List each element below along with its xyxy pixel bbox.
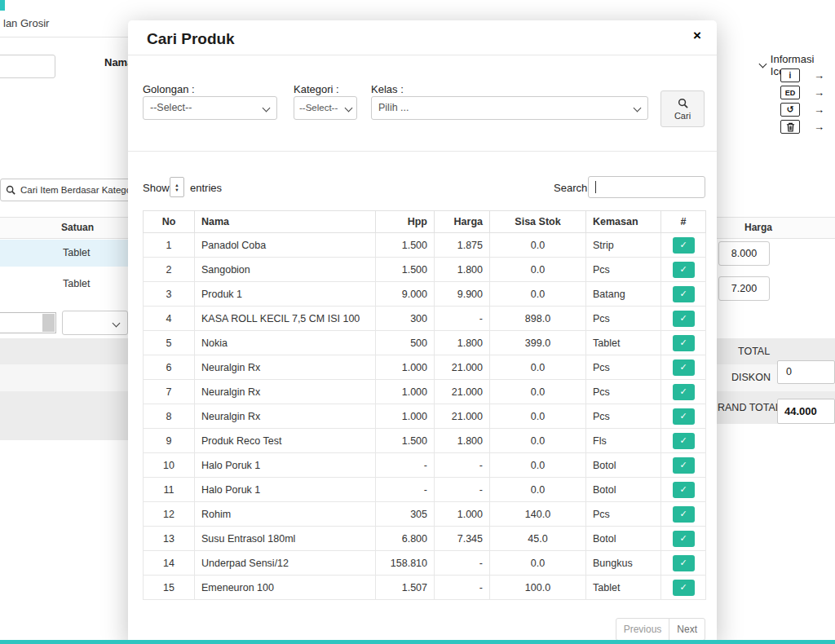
cari-button[interactable]: Cari [660, 90, 705, 127]
golongan-select[interactable]: --Select-- [143, 96, 277, 120]
col-harga[interactable]: Harga [435, 211, 490, 233]
pagination: Previous Next [616, 618, 705, 641]
cell-kemasan: Pcs [586, 380, 661, 404]
total-label: TOTAL [738, 338, 770, 364]
satuan-select[interactable] [62, 311, 128, 335]
select-product-button[interactable]: ✓ [673, 408, 695, 425]
cell-pick: ✓ [661, 307, 706, 331]
cell-harga: 21.000 [435, 355, 490, 380]
cell-hpp: 1.500 [376, 258, 435, 282]
qty-input[interactable] [0, 312, 56, 333]
table-row[interactable]: Tablet [63, 278, 90, 289]
select-product-button[interactable]: ✓ [673, 262, 695, 278]
diskon-label: DISKON [731, 364, 771, 391]
arrow-right-icon: → [814, 121, 824, 133]
modal-title: Cari Produk [147, 30, 235, 48]
harga-input[interactable]: 8.000 [718, 241, 770, 266]
pos-page: lan Grosir Nama Informasi Icon i → ED → … [0, 0, 835, 644]
cell-kemasan: Strip [586, 233, 661, 258]
cell-hpp: - [376, 478, 435, 502]
select-product-button[interactable]: ✓ [673, 286, 695, 302]
cell-harga: - [435, 551, 490, 576]
edit-icon-button[interactable]: ED [780, 86, 800, 99]
cari-produk-modal: Cari Produk × Golongan : Kategori : Kela… [128, 20, 717, 644]
select-product-button[interactable]: ✓ [673, 506, 695, 523]
cell-sisa-stok: 0.0 [490, 429, 586, 453]
cell-no: 1 [144, 233, 195, 258]
select-product-button[interactable]: ✓ [673, 237, 695, 254]
chevron-down-icon [263, 104, 271, 112]
cell-pick: ✓ [661, 258, 706, 282]
summary-stripe [0, 364, 128, 391]
next-page-button[interactable]: Next [669, 618, 705, 641]
history-icon-button[interactable]: ↺ [780, 103, 800, 117]
select-product-button[interactable]: ✓ [673, 555, 695, 571]
sidebar-edge-accent [0, 0, 5, 11]
grand-total-input[interactable]: 44.000 [777, 399, 835, 424]
col-sisa-stok[interactable]: Sisa Stok [490, 211, 586, 233]
select-product-button[interactable]: ✓ [673, 457, 695, 474]
ed-icon: ED [785, 89, 796, 97]
item-code-input[interactable] [0, 55, 55, 78]
col-pick[interactable]: # [661, 211, 706, 233]
entries-label: entries [190, 182, 222, 194]
cell-harga: - [435, 307, 490, 331]
section-divider [128, 151, 717, 152]
cell-sisa-stok: 0.0 [490, 551, 586, 576]
col-hpp[interactable]: Hpp [376, 211, 435, 233]
cell-sisa-stok: 0.0 [490, 355, 586, 380]
select-product-button[interactable]: ✓ [673, 311, 695, 327]
select-product-button[interactable]: ✓ [673, 531, 695, 547]
arrow-right-icon: → [814, 104, 824, 116]
cell-nama: Panadol Coba [195, 233, 376, 258]
cari-button-label: Cari [674, 111, 691, 121]
select-product-button[interactable]: ✓ [673, 335, 695, 351]
product-row: 2 Sangobion 1.500 1.800 0.0 Pcs ✓ [144, 258, 706, 282]
previous-page-button[interactable]: Previous [616, 618, 670, 641]
trash-icon-button[interactable] [780, 120, 800, 134]
check-icon: ✓ [679, 313, 687, 324]
col-no[interactable]: No [144, 211, 195, 233]
cell-sisa-stok: 399.0 [490, 331, 586, 355]
cell-nama: KASA ROLL KECIL 7,5 CM ISI 100 [195, 307, 376, 331]
cell-pick: ✓ [661, 380, 706, 404]
satuan-value: Tablet [63, 278, 90, 289]
golongan-label: Golongan : [143, 83, 195, 95]
col-kemasan[interactable]: Kemasan [586, 211, 661, 233]
cell-nama: Nokia [195, 331, 376, 355]
cari-item-berdasar-kategori-button[interactable]: Cari Item Berdasar Kategori [0, 179, 140, 201]
info-icon-button[interactable]: i [780, 68, 800, 82]
undo-icon: ↺ [786, 104, 793, 115]
input-addon [42, 314, 55, 332]
select-product-button[interactable]: ✓ [673, 580, 695, 596]
satuan-column-header: Satuan [61, 218, 94, 238]
legend-row-edit: ED → [780, 86, 824, 99]
entries-count-select[interactable]: ▴ ▾ [170, 177, 184, 197]
product-row: 13 Susu Entrasol 180ml 6.800 7.345 45.0 … [144, 527, 706, 551]
kelas-select[interactable]: Pilih ... [371, 96, 648, 120]
cell-pick: ✓ [661, 429, 706, 453]
product-row: 11 Halo Poruk 1 - - 0.0 Botol ✓ [144, 478, 706, 502]
close-icon[interactable]: × [693, 28, 701, 44]
kategori-select[interactable]: --Select-- [294, 96, 357, 120]
select-product-button[interactable]: ✓ [673, 433, 695, 449]
select-product-button[interactable]: ✓ [673, 482, 695, 498]
harga-input[interactable]: 7.200 [718, 276, 770, 301]
cell-nama: Neuralgin Rx [195, 404, 376, 429]
search-input[interactable] [588, 176, 705, 198]
cell-hpp: 1.500 [376, 429, 435, 453]
col-nama[interactable]: Nama [195, 211, 376, 233]
cell-hpp: 1.000 [376, 355, 435, 380]
diskon-input[interactable]: 0 [777, 360, 835, 384]
select-product-button[interactable]: ✓ [673, 359, 695, 376]
cell-nama: Neuralgin Rx [195, 380, 376, 404]
cell-pick: ✓ [661, 527, 706, 551]
table-row-selected[interactable]: Tablet [0, 240, 128, 267]
check-icon: ✓ [679, 264, 687, 275]
cell-kemasan: Batang [586, 282, 661, 307]
product-row: 15 Emeneuron 100 1.507 - 100.0 Tablet ✓ [144, 576, 706, 600]
harga-column-header: Harga [744, 218, 772, 238]
legend-row-info: i → [780, 68, 824, 82]
select-product-button[interactable]: ✓ [673, 384, 695, 400]
product-row: 1 Panadol Coba 1.500 1.875 0.0 Strip ✓ [144, 233, 706, 258]
